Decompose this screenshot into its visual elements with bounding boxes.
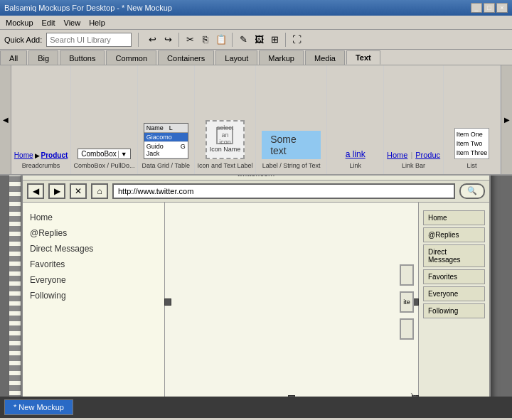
right-btn-everyone[interactable]: Everyone [423,286,485,301]
component-datagrid[interactable]: NameL Giacomo Guido JackG Data Grid / Ta… [138,65,195,174]
tab-markup[interactable]: Markup [259,50,304,65]
strip-scroll: Home ▶ Product Breadcrumbs ComboBox ▼ Co… [11,65,501,174]
resize-handle-bottom[interactable] [288,395,295,397]
nav-item-favorites[interactable]: Favorites [30,257,157,272]
linkbar-label: Link Bar [402,162,425,170]
canvas-wrapper: twitter.com ◀ ▶ ✕ ⌂ http://www.twitter.c… [21,176,491,397]
toolbar-separator-3 [232,33,233,47]
minimize-button[interactable]: _ [471,3,482,13]
home-nav-button[interactable]: ⌂ [91,183,108,199]
browser-content: Home @Replies Direct Messages Favorites … [23,203,489,397]
right-btn-favorites[interactable]: Favorites [423,269,485,284]
main-content: ite ↘ [165,203,418,397]
menu-help[interactable]: Help [89,18,105,27]
browser-nav: ◀ ▶ ✕ ⌂ http://www.twitter.com 🔍 [23,181,489,203]
component-strip: ◀ Home ▶ Product Breadcrumbs ComboBox ▼ … [0,65,512,176]
close-button[interactable]: × [496,3,508,13]
component-breadcrumbs[interactable]: Home ▶ Product Breadcrumbs [11,65,71,174]
copy-icon[interactable]: ⎘ [198,33,213,47]
component-label[interactable]: Some text Label / String of Text [256,65,327,174]
component-icontext[interactable]: selectan icon Icon Name Icon and Text La… [195,65,256,174]
nav-item-replies[interactable]: @Replies [30,225,157,241]
search-input[interactable] [46,33,132,47]
menu-bar: Mockup Edit View Help [0,16,512,30]
tab-common[interactable]: Common [106,50,156,65]
address-bar[interactable]: http://www.twitter.com [112,183,455,199]
component-linkbar[interactable]: Home | Produc Link Bar [384,65,444,174]
title-bar-buttons: _ □ × [471,3,508,13]
toolbar-separator [138,33,139,47]
undo-icon[interactable]: ↩ [145,33,159,47]
icontext-label: Icon and Text Label [198,162,253,170]
link-label: Link [349,162,361,170]
paste-icon[interactable]: 📋 [214,33,228,47]
icontext-preview: selectan icon Icon Name [206,120,245,159]
tab-buttons[interactable]: Buttons [60,50,105,65]
tab-text[interactable]: Text [346,50,380,65]
search-icon: 🔍 [467,186,477,195]
toolbar: Quick Add: ↩ ↪ ✂ ⎘ 📋 ✎ 🖼 ⊞ ⛶ [0,30,512,50]
resize-handle-left[interactable] [164,298,171,306]
nav-item-everyone[interactable]: Everyone [30,272,157,288]
bottom-tab-bar: * New Mockup [0,397,512,418]
toolbar-separator-4 [285,33,286,47]
quick-add-label: Quick Add: [4,36,42,44]
link-preview: a link [346,149,366,159]
toolbar-icons: ↩ ↪ ✂ ⎘ 📋 ✎ 🖼 ⊞ ⛶ [145,33,304,47]
search-button[interactable]: 🔍 [459,183,485,199]
grid-icon[interactable]: ⊞ [267,33,282,47]
datagrid-preview: NameL Giacomo Guido JackG [144,123,188,159]
nav-item-following[interactable]: Following [30,288,157,303]
component-link[interactable]: a link Link [327,65,384,174]
datagrid-label: Data Grid / Table [142,162,190,170]
strip-next-button[interactable]: ▶ [501,65,512,174]
close-nav-button[interactable]: ✕ [70,183,87,199]
main-canvas-area: twitter.com ◀ ▶ ✕ ⌂ http://www.twitter.c… [0,176,512,397]
scroll-element-1[interactable] [400,264,414,286]
forward-button[interactable]: ▶ [48,183,65,199]
icon-placeholder: selectan icon [216,127,233,144]
menu-mockup[interactable]: Mockup [6,18,33,27]
title-bar-text: Balsamiq Mockups For Desktop - * New Moc… [4,4,172,12]
image-icon[interactable]: 🖼 [252,33,266,47]
address-text: http://www.twitter.com [118,187,193,195]
zoom-icon[interactable]: ⛶ [289,33,304,47]
right-btn-replies[interactable]: @Replies [423,227,485,242]
right-panel: Home @Replies Direct Messages Favorites … [418,203,489,397]
tab-media[interactable]: Media [305,50,345,65]
draw-icon[interactable]: ✎ [236,33,250,47]
strip-prev-button[interactable]: ◀ [0,65,11,174]
tab-layout[interactable]: Layout [215,50,257,65]
tab-all[interactable]: All [0,50,27,65]
list-label: List [466,162,476,170]
tab-new-mockup[interactable]: * New Mockup [4,399,73,415]
nav-item-messages[interactable]: Direct Messages [30,241,157,257]
right-btn-home[interactable]: Home [423,210,485,225]
menu-view[interactable]: View [64,18,81,27]
combobox-label: ComboBox / PullDo... [73,162,134,170]
right-btn-messages[interactable]: Direct Messages [423,244,485,267]
redo-icon[interactable]: ↪ [161,33,175,47]
update-button[interactable]: ite [400,291,414,313]
browser-wireframe: twitter.com ◀ ▶ ✕ ⌂ http://www.twitter.c… [23,176,489,397]
nav-item-home[interactable]: Home [30,210,157,225]
component-tabs: All Big Buttons Common Containers Layout… [0,50,512,65]
cut-icon[interactable]: ✂ [183,33,197,47]
menu-edit[interactable]: Edit [42,18,55,27]
component-list[interactable]: Item One Item Two Item Three List [444,65,501,174]
combobox-preview: ComboBox ▼ [78,149,130,159]
list-preview: Item One Item Two Item Three [454,128,489,159]
scroll-element-2[interactable] [400,318,414,340]
tab-big[interactable]: Big [28,50,58,65]
back-button[interactable]: ◀ [27,183,44,199]
right-btn-following[interactable]: Following [423,303,485,318]
tab-containers[interactable]: Containers [158,50,214,65]
combobox-visual: ComboBox ▼ [78,149,130,159]
corner-handle-icon: ↘ [410,390,417,397]
spiral-binding [9,176,21,397]
label-label: Label / String of Text [262,162,321,170]
wireframe-canvas[interactable]: twitter.com ◀ ▶ ✕ ⌂ http://www.twitter.c… [21,176,491,397]
maximize-button[interactable]: □ [484,3,495,13]
component-combobox[interactable]: ComboBox ▼ ComboBox / PullDo... [71,65,138,174]
breadcrumb-preview: Home ▶ Product [14,151,68,159]
